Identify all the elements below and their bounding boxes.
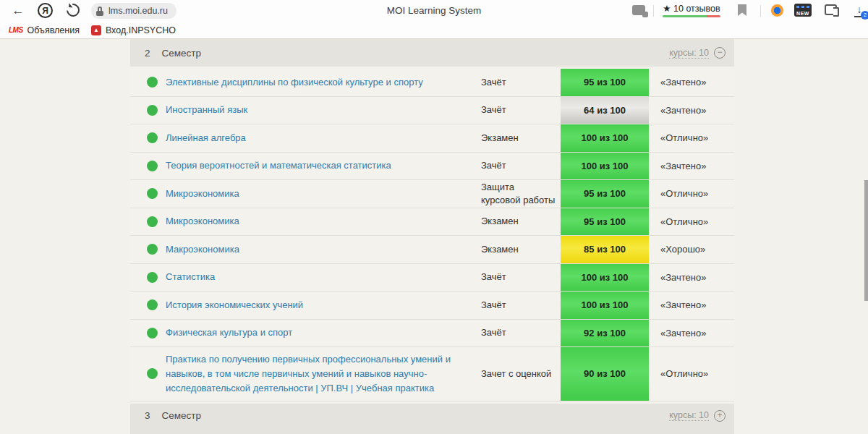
grade-text: «Зачтено» bbox=[649, 105, 734, 116]
assessment-type: Зачёт bbox=[481, 326, 561, 339]
bookmarks-bar: LMS Объявления Вход.INPSYCHO bbox=[0, 22, 868, 38]
courses-count-link[interactable]: курсы: 10 bbox=[669, 410, 709, 421]
site-reviews-button[interactable]: ★ 10 отзывов bbox=[663, 3, 720, 17]
expand-semester-icon[interactable]: + bbox=[714, 410, 726, 422]
grade-text: «Отлично» bbox=[649, 188, 734, 199]
semester-number: 3 bbox=[145, 410, 150, 421]
course-link[interactable]: Элективные дисциплины по физической куль… bbox=[166, 77, 423, 88]
course-status-dot bbox=[147, 244, 158, 255]
course-row: Иностранный язык Зачёт 64 из 100 «Зачтен… bbox=[130, 97, 734, 125]
video-new-extension-icon[interactable]: NEW bbox=[794, 3, 812, 17]
score-badge: 64 из 100 bbox=[561, 97, 649, 124]
back-button[interactable]: ← bbox=[9, 1, 27, 20]
toolbar-divider bbox=[653, 5, 654, 17]
secure-lock-icon[interactable] bbox=[95, 7, 104, 16]
bookmark-flag-icon[interactable] bbox=[738, 3, 746, 16]
course-status-dot bbox=[147, 132, 158, 143]
grade-text: «Зачтено» bbox=[649, 328, 734, 339]
course-status-dot bbox=[147, 272, 158, 283]
course-row: Линейная алгебра Экзамен 100 из 100 «Отл… bbox=[130, 124, 734, 153]
course-link[interactable]: Статистика bbox=[166, 271, 215, 282]
assessment-type: Экзамен bbox=[481, 132, 561, 145]
collapse-semester-icon[interactable]: − bbox=[714, 47, 726, 59]
semester-title: Семестр bbox=[162, 410, 202, 421]
course-link[interactable]: Микроэкономика bbox=[166, 188, 239, 199]
bookmark-announcements[interactable]: LMS Объявления bbox=[7, 24, 85, 37]
course-status-dot bbox=[147, 328, 158, 339]
course-link[interactable]: Физическая культура и спорт bbox=[166, 327, 292, 338]
url-text[interactable]: lms.moi.edu.ru bbox=[109, 6, 168, 16]
yandex-logo-icon[interactable]: Я bbox=[38, 3, 53, 18]
course-status-dot bbox=[147, 188, 158, 199]
assessment-type: Зачёт bbox=[481, 76, 561, 89]
course-link[interactable]: Иностранный язык bbox=[166, 104, 247, 115]
vertical-scrollbar-thumb[interactable] bbox=[864, 180, 868, 301]
reload-arc bbox=[64, 1, 82, 19]
score-badge: 95 из 100 bbox=[561, 180, 649, 208]
assessment-type: Зачёт bbox=[481, 271, 561, 284]
extension-circle-icon[interactable] bbox=[771, 3, 783, 17]
semester-3-header: 3 Семестр курсы: 10 + bbox=[130, 404, 734, 434]
course-status-dot bbox=[147, 368, 158, 379]
reviews-label: ★ 10 отзывов bbox=[663, 3, 720, 14]
toolbar-divider-2 bbox=[760, 5, 761, 17]
semester-title: Семестр bbox=[162, 48, 202, 59]
score-badge: 95 из 100 bbox=[561, 69, 649, 96]
bookmark-inpsycho-login[interactable]: Вход.INPSYCHO bbox=[90, 24, 182, 37]
course-row: Макроэкономика Экзамен 85 из 100 «Хорошо… bbox=[130, 236, 734, 264]
assessment-type: Зачёт bbox=[481, 159, 561, 172]
grade-text: «Зачтено» bbox=[649, 272, 734, 283]
score-badge: 95 из 100 bbox=[561, 208, 649, 236]
course-status-dot bbox=[147, 77, 158, 88]
grade-text: «Зачтено» bbox=[649, 299, 734, 310]
assessment-type: Зачет с оценкой bbox=[481, 367, 561, 380]
assessment-type: Зачёт bbox=[481, 299, 561, 312]
browser-toolbar: ← Я lms.moi.edu.ru MOI Learning System ★… bbox=[0, 0, 868, 22]
course-status-dot bbox=[147, 105, 158, 116]
score-badge: 100 из 100 bbox=[561, 292, 649, 319]
assessment-type: Зачёт bbox=[481, 103, 561, 116]
grade-text: «Зачтено» bbox=[649, 77, 734, 88]
course-row: Практика по получению первичных професси… bbox=[130, 347, 734, 401]
score-badge: 100 из 100 bbox=[561, 153, 649, 180]
grade-text: «Зачтено» bbox=[649, 161, 734, 171]
course-table-body: Элективные дисциплины по физической куль… bbox=[130, 69, 734, 401]
course-link[interactable]: Микроэкономика bbox=[166, 216, 239, 226]
assessment-type: Защита курсовой работы bbox=[481, 181, 561, 207]
score-badge: 100 из 100 bbox=[561, 264, 649, 292]
course-row: Физическая культура и спорт Зачёт 92 из … bbox=[130, 320, 734, 348]
course-row: Элективные дисциплины по физической куль… bbox=[130, 69, 734, 97]
reviews-rating-bar bbox=[663, 15, 720, 17]
course-row: Микроэкономика Экзамен 95 из 100 «Отличн… bbox=[130, 208, 734, 237]
messenger-icon[interactable] bbox=[632, 3, 645, 13]
gradebook-table: 2 Семестр курсы: 10 − Элективные дисципл… bbox=[130, 39, 734, 434]
lms-favicon: LMS bbox=[9, 26, 23, 34]
score-badge: 85 из 100 bbox=[561, 236, 649, 263]
assessment-type: Экзамен bbox=[481, 243, 561, 256]
inpsycho-favicon bbox=[91, 25, 101, 35]
downloads-icon[interactable]: ↓ 2 bbox=[854, 3, 865, 17]
course-link[interactable]: История экономических учений bbox=[166, 299, 303, 310]
grade-text: «Хорошо» bbox=[649, 244, 734, 255]
address-bar[interactable]: lms.moi.edu.ru bbox=[91, 3, 176, 19]
lms-page: 2 Семестр курсы: 10 − Элективные дисципл… bbox=[0, 39, 868, 434]
grade-text: «Отлично» bbox=[649, 216, 734, 227]
course-link[interactable]: Линейная алгебра bbox=[166, 132, 246, 143]
course-row: Теория вероятностей и математическая ста… bbox=[130, 153, 734, 181]
course-link[interactable]: Теория вероятностей и математическая ста… bbox=[166, 160, 391, 171]
score-badge: 92 из 100 bbox=[561, 320, 649, 347]
course-row: История экономических учений Зачёт 100 и… bbox=[130, 292, 734, 320]
score-badge: 90 из 100 bbox=[561, 347, 649, 401]
assessment-type: Экзамен bbox=[481, 215, 561, 228]
page-title: MOI Learning System bbox=[326, 5, 542, 16]
browser-chrome: ← Я lms.moi.edu.ru MOI Learning System ★… bbox=[0, 0, 868, 39]
downloads-count-badge: 2 bbox=[861, 11, 868, 20]
courses-count-link[interactable]: курсы: 10 bbox=[669, 48, 709, 59]
course-link[interactable]: Макроэкономика bbox=[166, 244, 239, 255]
course-link[interactable]: Практика по получению первичных професси… bbox=[166, 354, 451, 393]
reload-icon[interactable] bbox=[67, 4, 80, 17]
collections-icon[interactable] bbox=[825, 3, 837, 15]
grade-text: «Отлично» bbox=[649, 368, 734, 379]
course-status-dot bbox=[147, 299, 158, 310]
course-status-dot bbox=[147, 161, 158, 171]
